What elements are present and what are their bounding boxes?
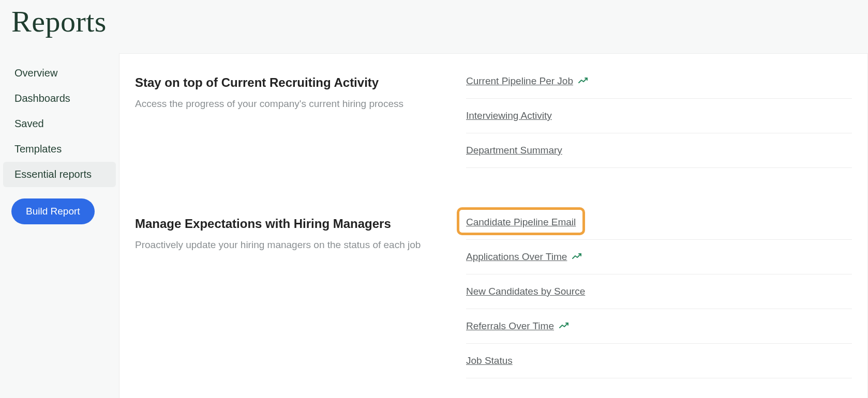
section-title: Stay on top of Current Recruiting Activi… <box>135 75 466 90</box>
link-row: Interviewing Activity <box>466 110 852 133</box>
report-link-new-candidates-by-source[interactable]: New Candidates by Source <box>466 286 585 297</box>
sidebar-item-essential-reports[interactable]: Essential reports <box>3 162 116 187</box>
report-link-department-summary[interactable]: Department Summary <box>466 145 562 156</box>
link-row: Job Status <box>466 355 852 378</box>
build-report-button[interactable]: Build Report <box>11 198 95 224</box>
report-link-applications-over-time[interactable]: Applications Over Time <box>466 251 567 263</box>
layout-container: Overview Dashboards Saved Templates Esse… <box>0 53 868 398</box>
link-row: Applications Over Time <box>466 251 852 274</box>
report-link-candidate-pipeline-email[interactable]: Candidate Pipeline Email <box>466 217 576 228</box>
link-row: New Candidates by Source <box>466 286 852 309</box>
link-row: Department Summary <box>466 145 852 168</box>
link-row: Referrals Over Time <box>466 320 852 344</box>
section-manage-expectations: Manage Expectations with Hiring Managers… <box>135 217 852 390</box>
sidebar: Overview Dashboards Saved Templates Esse… <box>0 53 119 398</box>
sidebar-item-overview[interactable]: Overview <box>3 60 116 86</box>
sidebar-item-saved[interactable]: Saved <box>3 111 116 136</box>
section-current-activity: Stay on top of Current Recruiting Activi… <box>135 75 852 179</box>
section-description: Proactively update your hiring managers … <box>135 238 466 252</box>
section-header: Manage Expectations with Hiring Managers… <box>135 217 466 390</box>
section-description: Access the progress of your company's cu… <box>135 97 466 111</box>
chart-icon <box>578 78 588 85</box>
link-row: Current Pipeline Per Job <box>466 75 852 99</box>
sidebar-item-dashboards[interactable]: Dashboards <box>3 86 116 111</box>
section-title: Manage Expectations with Hiring Managers <box>135 217 466 231</box>
chart-icon <box>572 253 581 261</box>
report-link-current-pipeline-per-job[interactable]: Current Pipeline Per Job <box>466 75 573 87</box>
section-links: Current Pipeline Per Job Interviewing Ac… <box>466 75 852 179</box>
section-header: Stay on top of Current Recruiting Activi… <box>135 75 466 179</box>
page-title: Reports <box>0 0 868 53</box>
chart-icon <box>559 323 568 330</box>
link-row: Candidate Pipeline Email <box>466 217 852 240</box>
report-link-job-status[interactable]: Job Status <box>466 355 513 366</box>
main-content: Stay on top of Current Recruiting Activi… <box>119 53 868 398</box>
section-links: Candidate Pipeline Email Applications Ov… <box>466 217 852 390</box>
report-link-interviewing-activity[interactable]: Interviewing Activity <box>466 110 552 121</box>
sidebar-item-templates[interactable]: Templates <box>3 136 116 162</box>
report-link-referrals-over-time[interactable]: Referrals Over Time <box>466 320 554 332</box>
